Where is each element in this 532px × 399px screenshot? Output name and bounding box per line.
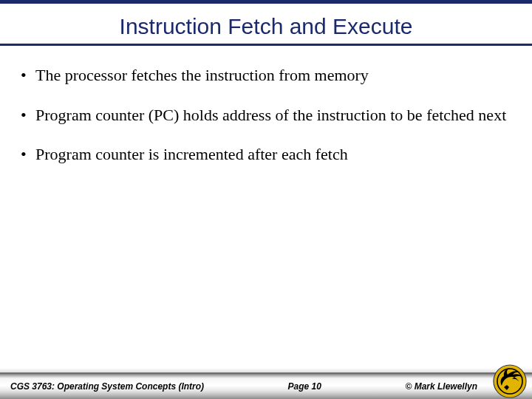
footer-page: Page 10 — [204, 381, 405, 392]
slide-title: Instruction Fetch and Execute — [0, 4, 532, 44]
footer-copyright: © Mark Llewellyn — [405, 381, 532, 392]
footer-course: CGS 3763: Operating System Concepts (Int… — [0, 381, 204, 392]
list-item: Program counter (PC) holds address of th… — [19, 105, 513, 126]
slide-body: Instruction Fetch and Execute The proces… — [0, 4, 532, 165]
list-item: Program counter is incremented after eac… — [19, 144, 513, 165]
list-item: The processor fetches the instruction fr… — [19, 65, 513, 86]
title-rule — [0, 44, 532, 46]
bullet-list: The processor fetches the instruction fr… — [0, 65, 532, 165]
slide-footer: CGS 3763: Operating System Concepts (Int… — [0, 365, 532, 399]
footer-bar: CGS 3763: Operating System Concepts (Int… — [0, 372, 532, 399]
